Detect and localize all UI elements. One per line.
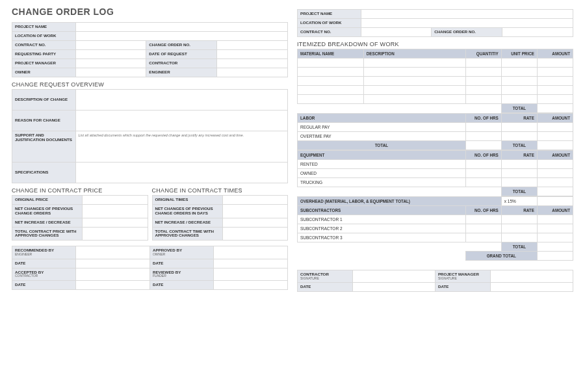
row-overtime-pay: OVERTIME PAY: [298, 132, 466, 141]
lbl-orig-times: ORIGINAL TIMES: [152, 196, 222, 205]
grand-total[interactable]: [537, 252, 573, 261]
col-hrs1: NO. OF HRS: [465, 114, 501, 123]
lbl-owner: OWNER: [12, 68, 76, 77]
val-contractor-sig[interactable]: [352, 270, 435, 283]
val-requesting-party[interactable]: [75, 50, 146, 59]
subs-total[interactable]: [537, 242, 573, 252]
material-total[interactable]: [537, 104, 573, 113]
val-accepted[interactable]: [75, 268, 150, 280]
val-total-times[interactable]: [222, 227, 287, 241]
page-title: CHANGE ORDER LOG: [12, 7, 288, 17]
left-column: CHANGE ORDER LOG PROJECT NAME LOCATION O…: [12, 7, 288, 292]
lbl-approved: APPROVED BYOWNER: [150, 246, 213, 259]
r-val-location[interactable]: [361, 19, 573, 28]
lbl-recommended: RECOMMENDED BYENGINEER: [12, 246, 76, 259]
lbl-total-times: TOTAL CONTRACT TIME WITH APPROVED CHANGE…: [152, 227, 222, 241]
row-sub1: SUBCONTRACTOR 1: [298, 215, 466, 224]
val-date-r2[interactable]: [490, 283, 573, 292]
col-rate3: RATE: [501, 206, 537, 215]
lbl-support: SUPPORT AND JUSTIFICATION DOCUMENTS: [12, 131, 76, 163]
val-net-changes-price[interactable]: [83, 205, 148, 218]
price-title: CHANGE IN CONTRACT PRICE: [12, 187, 148, 194]
val-contractor[interactable]: [217, 59, 288, 68]
val-date2[interactable]: [213, 259, 288, 268]
lbl-net-changes-price: NET CHANGES OF PREVIOUS CHANGE ORDERS: [12, 205, 83, 218]
r-val-contract-no[interactable]: [361, 28, 432, 37]
val-pm-sig[interactable]: [490, 270, 573, 283]
val-location[interactable]: [75, 32, 287, 41]
col-rate1: RATE: [501, 114, 537, 123]
equipment-table: EQUIPMENT NO. OF HRS RATE AMOUNT RENTED …: [297, 150, 573, 196]
val-pm[interactable]: [75, 59, 146, 68]
lbl-accepted: ACCEPTED BYCONTRACTOR: [12, 268, 76, 280]
val-date4[interactable]: [213, 280, 288, 289]
val-net-changes-times[interactable]: [222, 205, 287, 218]
val-reviewed[interactable]: [213, 268, 288, 280]
lbl-date1: DATE: [12, 259, 76, 268]
materials-table: MATERIAL NAME DESCRIPTION QUANTITIY UNIT…: [297, 49, 573, 113]
labor-table: LABOR NO. OF HRS RATE AMOUNT REGULAR PAY…: [297, 113, 573, 150]
overview-table: DESCRIPTION OF CHANGE REASON FOR CHANGE …: [12, 89, 288, 183]
lbl-change-order-no: CHANGE ORDER NO.: [146, 41, 217, 50]
lbl-requesting-party: REQUESTING PARTY: [12, 50, 76, 59]
r-val-change-order-no[interactable]: [502, 28, 573, 37]
val-engineer[interactable]: [217, 68, 288, 77]
lbl-specs: SPECIFICATIONS: [12, 163, 76, 183]
lbl-pm: PROJECT MANAGER: [12, 59, 76, 68]
r-lbl-change-order-no: CHANGE ORDER NO.: [432, 28, 502, 37]
lbl-date3: DATE: [12, 280, 76, 289]
val-support[interactable]: List all attached documents which suppor…: [75, 131, 287, 163]
val-desc-change[interactable]: [75, 90, 287, 111]
val-approved[interactable]: [213, 246, 288, 259]
project-info-table-left: PROJECT NAME LOCATION OF WORK CONTRACT N…: [12, 22, 288, 77]
row-regular-pay: REGULAR PAY: [298, 123, 466, 132]
overhead-amount[interactable]: [537, 197, 573, 206]
lbl-pm-sig: PROJECT MANAGERSIGNATURE: [435, 270, 490, 283]
lbl-project-name: PROJECT NAME: [12, 23, 76, 32]
val-contract-no[interactable]: [75, 41, 146, 50]
col-description: DESCRIPTION: [363, 49, 465, 59]
equip-title: EQUIPMENT: [298, 151, 466, 160]
val-specs[interactable]: [75, 163, 287, 183]
val-reason[interactable]: [75, 111, 287, 131]
lbl-location: LOCATION OF WORK: [12, 32, 76, 41]
col-rate2: RATE: [501, 151, 537, 160]
val-date-request[interactable]: [217, 50, 288, 59]
lbl-total-price: TOTAL CONTRACT PRICE WITH APPROVED CHANG…: [12, 227, 83, 241]
val-date1[interactable]: [75, 259, 150, 268]
equip-total[interactable]: [537, 187, 573, 196]
val-orig-price[interactable]: [83, 196, 148, 205]
val-change-order-no[interactable]: [217, 41, 288, 50]
val-recommended[interactable]: [75, 246, 150, 259]
overhead-rate: x 15%: [501, 197, 537, 206]
lbl-date-request: DATE OF REQUEST: [146, 50, 217, 59]
times-title: CHANGE IN CONTRACT TIMES: [152, 187, 289, 194]
sign-table-left: RECOMMENDED BYENGINEER APPROVED BYOWNER …: [12, 246, 288, 290]
col-amt3: AMOUNT: [537, 206, 573, 215]
row-owned: OWNED: [298, 169, 466, 178]
lbl-reviewed: REVIEWED BYFUNDER: [150, 268, 213, 280]
val-project-name[interactable]: [75, 23, 287, 32]
col-amt2: AMOUNT: [537, 151, 573, 160]
r-lbl-project-name: PROJECT NAME: [298, 10, 361, 19]
breakdown-title: ITEMIZED BREAKDOWN OF WORK: [297, 41, 573, 47]
val-net-inc-times[interactable]: [222, 218, 287, 227]
labor-total-left: TOTAL: [298, 141, 466, 150]
equip-total-label: TOTAL: [501, 187, 537, 196]
lbl-contractor-sig: CONTRACTORSIGNATURE: [298, 270, 353, 283]
price-table: ORIGINAL PRICE NET CHANGES OF PREVIOUS C…: [12, 195, 148, 241]
row-sub3: SUBCONTRACTOR 3: [298, 233, 466, 242]
col-unitprice: UNIT PRICE: [501, 49, 537, 59]
val-net-inc-price[interactable]: [83, 218, 148, 227]
val-owner[interactable]: [75, 68, 146, 77]
col-hrs2: NO. OF HRS: [465, 151, 501, 160]
r-lbl-location: LOCATION OF WORK: [298, 19, 361, 28]
material-total-label: TOTAL: [501, 104, 537, 113]
r-val-project-name[interactable]: [361, 10, 573, 19]
lbl-date-r1: DATE: [298, 283, 353, 292]
val-orig-times[interactable]: [222, 196, 287, 205]
val-total-price[interactable]: [83, 227, 148, 241]
val-date3[interactable]: [75, 280, 150, 289]
row-trucking: TRUCKING: [298, 178, 466, 187]
val-date-r1[interactable]: [352, 283, 435, 292]
